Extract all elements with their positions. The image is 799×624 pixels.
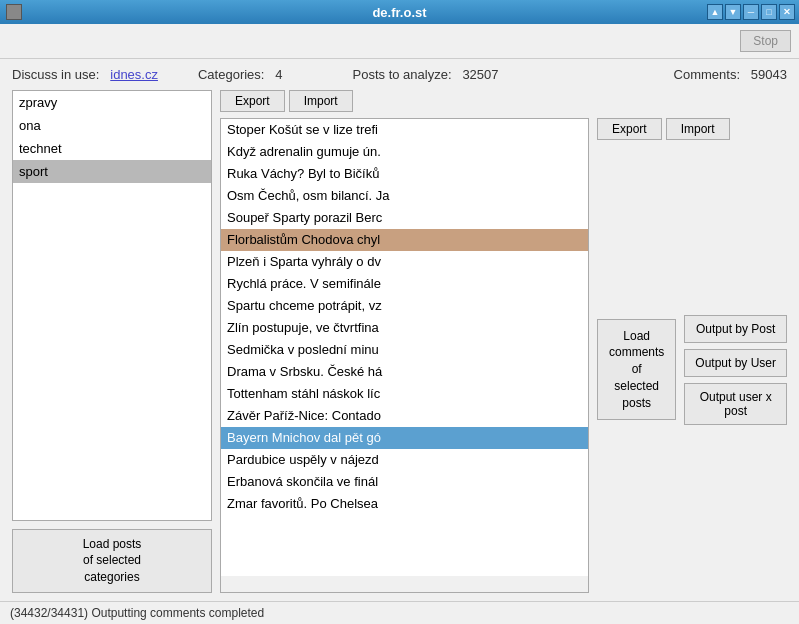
- posts-list[interactable]: Stoper Košút se v lize trefiKdyž adrenal…: [220, 118, 589, 593]
- post-item[interactable]: Závěr Paříž-Nice: Contado: [221, 405, 588, 427]
- post-item[interactable]: Zlín postupuje, ve čtvrtfina: [221, 317, 588, 339]
- window-title: de.fr.o.st: [372, 5, 426, 20]
- posts-list-inner[interactable]: Stoper Košút se v lize trefiKdyž adrenal…: [221, 119, 588, 576]
- toolbar: Stop: [0, 24, 799, 59]
- post-item[interactable]: Erbanová skončila ve finál: [221, 471, 588, 493]
- posts-header: Export Import: [220, 90, 589, 112]
- post-item[interactable]: Rychlá práce. V semifinále: [221, 273, 588, 295]
- restore-button[interactable]: ▼: [725, 4, 741, 20]
- post-item[interactable]: Když adrenalin gumuje ún.: [221, 141, 588, 163]
- discuss-label-text: Discuss in use:: [12, 67, 99, 82]
- right-top-area: Export Import: [597, 90, 787, 140]
- discuss-value: idnes.cz: [110, 67, 158, 82]
- titlebar: de.fr.o.st ▲ ▼ ─ □ ✕: [0, 0, 799, 24]
- post-item[interactable]: Bayern Mnichov dal pět gó: [221, 427, 588, 449]
- post-item[interactable]: Drama v Srbsku. České há: [221, 361, 588, 383]
- main-content: Discuss in use: idnes.cz Categories: 4 P…: [0, 59, 799, 601]
- load-posts-button[interactable]: Load postsof selectedcategories: [12, 529, 212, 593]
- output-by-post-button[interactable]: Output by Post: [684, 315, 787, 343]
- output-user-x-post-button[interactable]: Output user xpost: [684, 383, 787, 425]
- post-item[interactable]: Sedmička v poslední minu: [221, 339, 588, 361]
- category-item-sport[interactable]: sport: [13, 160, 211, 183]
- maximize-button[interactable]: □: [761, 4, 777, 20]
- middle-column: Export Import Stoper Košút se v lize tre…: [220, 90, 589, 593]
- discuss-label: Discuss in use: idnes.cz: [12, 67, 158, 82]
- close-button[interactable]: ✕: [779, 4, 795, 20]
- info-row: Discuss in use: idnes.cz Categories: 4 P…: [12, 67, 787, 82]
- minimize-button[interactable]: ▲: [707, 4, 723, 20]
- post-item[interactable]: Spartu chceme potrápit, vz: [221, 295, 588, 317]
- category-item-zpravy[interactable]: zpravy: [13, 91, 211, 114]
- post-item[interactable]: Zmar favoritů. Po Chelsea: [221, 493, 588, 515]
- post-item[interactable]: Tottenham stáhl náskok líc: [221, 383, 588, 405]
- load-comments-button[interactable]: Load commentsof selectedposts: [597, 319, 676, 421]
- posts-export-button[interactable]: Export: [220, 90, 285, 112]
- comments-label: Comments: 59043: [674, 67, 787, 82]
- minimize2-button[interactable]: ─: [743, 4, 759, 20]
- comments-export-button[interactable]: Export: [597, 118, 662, 140]
- statusbar: (34432/34431) Outputting comments comple…: [0, 601, 799, 624]
- posts-horizontal-scrollbar[interactable]: [221, 576, 588, 592]
- stop-button[interactable]: Stop: [740, 30, 791, 52]
- comments-value: 59043: [751, 67, 787, 82]
- categories-value: 4: [275, 67, 282, 82]
- comments-export-import: Export Import: [597, 118, 787, 140]
- right-column: Export Import Load commentsof selectedpo…: [597, 90, 787, 593]
- posts-label: Posts to analyze: 32507: [353, 67, 499, 82]
- post-item[interactable]: Stoper Košút se v lize trefi: [221, 119, 588, 141]
- columns: zpravyonatechnetsport Load postsof selec…: [12, 90, 787, 593]
- post-item[interactable]: Ruka Váchy? Byl to Bičíků: [221, 163, 588, 185]
- output-by-user-button[interactable]: Output by User: [684, 349, 787, 377]
- post-item[interactable]: Florbalistům Chodova chyl: [221, 229, 588, 251]
- post-item[interactable]: Pardubice uspěly v nájezd: [221, 449, 588, 471]
- posts-value: 32507: [462, 67, 498, 82]
- categories-label: Categories: 4: [198, 67, 283, 82]
- posts-import-button[interactable]: Import: [289, 90, 353, 112]
- post-item[interactable]: Osm Čechů, osm bilancí. Ja: [221, 185, 588, 207]
- categories-list: zpravyonatechnetsport: [12, 90, 212, 521]
- window-controls: ▲ ▼ ─ □ ✕: [707, 4, 795, 20]
- post-item[interactable]: Plzeň i Sparta vyhrály o dv: [221, 251, 588, 273]
- comments-import-button[interactable]: Import: [666, 118, 730, 140]
- app-icon: [6, 4, 22, 20]
- status-text: (34432/34431) Outputting comments comple…: [10, 606, 264, 620]
- category-item-technet[interactable]: technet: [13, 137, 211, 160]
- post-item[interactable]: Soupeř Sparty porazil Berc: [221, 207, 588, 229]
- left-column: zpravyonatechnetsport Load postsof selec…: [12, 90, 212, 593]
- category-item-ona[interactable]: ona: [13, 114, 211, 137]
